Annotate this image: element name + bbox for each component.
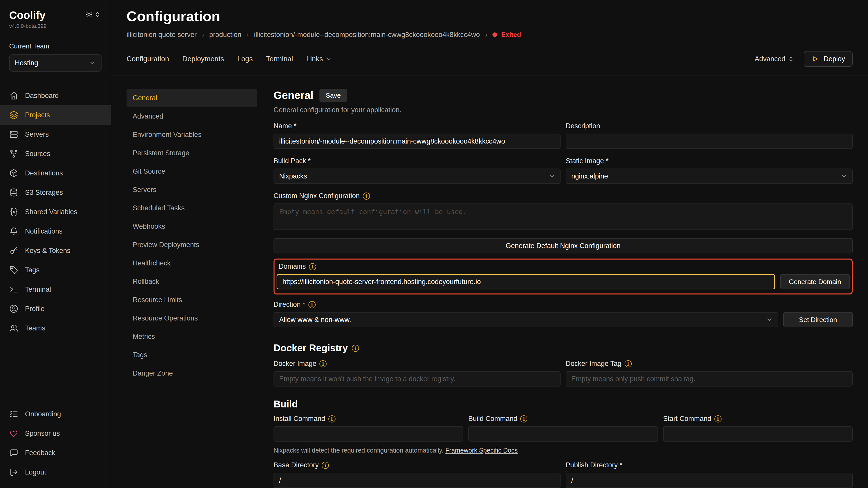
info-icon[interactable]: i — [625, 360, 632, 367]
build-command-label-text: Build Command — [468, 415, 517, 423]
tabbar: Configuration Deployments Logs Terminal … — [111, 51, 868, 75]
generate-domain-button[interactable]: Generate Domain — [780, 274, 849, 289]
subnav-item-persistent-storage[interactable]: Persistent Storage — [127, 144, 257, 162]
set-direction-button[interactable]: Set Direction — [783, 312, 853, 327]
sun-icon — [85, 11, 93, 19]
tab-deployments[interactable]: Deployments — [182, 55, 224, 63]
info-icon[interactable]: i — [309, 263, 316, 270]
sidebar-item-label: Logout — [25, 468, 46, 476]
sidebar-item-sponsor[interactable]: Sponsor us — [0, 424, 111, 443]
directories-row: Base Directory i Publish Directory * — [274, 454, 853, 488]
sidebar-item-terminal[interactable]: Terminal — [0, 280, 111, 299]
subnav-item-rollback[interactable]: Rollback — [127, 272, 257, 291]
sidebar-item-profile[interactable]: Profile — [0, 299, 111, 319]
base-directory-input[interactable] — [274, 473, 561, 488]
docker-image-input[interactable] — [274, 371, 561, 387]
subnav-item-metrics[interactable]: Metrics — [127, 327, 257, 346]
build-heading: Build — [274, 399, 853, 410]
subnav-item-git-source[interactable]: Git Source — [127, 162, 257, 181]
info-icon[interactable]: i — [329, 415, 336, 422]
nixpacks-note-text: Nixpacks will detect the required config… — [274, 447, 444, 454]
sidebar-item-tags[interactable]: Tags — [0, 260, 111, 280]
general-form: General Save General configuration for y… — [274, 89, 853, 488]
subnav-item-tags[interactable]: Tags — [127, 346, 257, 364]
tabbar-right: Advanced Deploy — [755, 51, 853, 67]
sidebar-item-projects[interactable]: Projects — [0, 105, 111, 125]
info-icon[interactable]: i — [363, 193, 370, 200]
status-text: Exited — [501, 31, 521, 39]
tab-label: Configuration — [127, 55, 169, 63]
sidebar-item-keys-tokens[interactable]: Keys & Tokens — [0, 241, 111, 260]
subnav-item-preview-deployments[interactable]: Preview Deployments — [127, 236, 257, 254]
install-command-input[interactable] — [274, 426, 463, 442]
main-header: Configuration illicitonion quote server … — [111, 0, 868, 39]
build-command-label: Build Command i — [468, 415, 658, 423]
breadcrumb-environment[interactable]: production — [209, 31, 241, 39]
subnav-item-webhooks[interactable]: Webhooks — [127, 217, 257, 236]
sidebar-item-logout[interactable]: Logout — [0, 462, 111, 482]
subnav-item-healthcheck[interactable]: Healthcheck — [127, 254, 257, 272]
subnav-item-servers[interactable]: Servers — [127, 181, 257, 199]
description-input[interactable] — [566, 134, 853, 149]
tab-configuration[interactable]: Configuration — [127, 55, 169, 63]
breadcrumb-application[interactable]: illicitestonion/-module--decomposition:m… — [254, 31, 480, 39]
database-icon — [9, 188, 19, 197]
subnav-item-scheduled-tasks[interactable]: Scheduled Tasks — [127, 199, 257, 217]
general-section-head: General Save — [274, 89, 853, 102]
info-icon[interactable]: i — [352, 345, 359, 352]
sidebar-item-label: Onboarding — [25, 410, 61, 418]
save-button[interactable]: Save — [319, 89, 347, 102]
tab-terminal[interactable]: Terminal — [266, 55, 293, 63]
info-icon[interactable]: i — [520, 415, 527, 422]
sidebar-item-feedback[interactable]: Feedback — [0, 443, 111, 462]
sidebar-item-servers[interactable]: Servers — [0, 125, 111, 144]
start-command-input[interactable] — [663, 426, 853, 442]
team-select[interactable]: Hosting — [9, 54, 101, 72]
publish-directory-field: Publish Directory * — [566, 461, 853, 488]
play-icon — [811, 55, 819, 63]
sidebar-item-onboarding[interactable]: Onboarding — [0, 404, 111, 424]
logout-icon — [9, 467, 19, 477]
static-image-value: nginx:alpine — [571, 172, 608, 180]
sidebar-item-sources[interactable]: Sources — [0, 144, 111, 163]
subnav-item-resource-limits[interactable]: Resource Limits — [127, 291, 257, 309]
info-icon[interactable]: i — [322, 462, 329, 469]
breadcrumb-project[interactable]: illicitonion quote server — [127, 31, 197, 39]
build-command-input[interactable] — [468, 426, 658, 442]
subnav-item-danger-zone[interactable]: Danger Zone — [127, 364, 257, 383]
direction-select[interactable]: Allow www & non-www. — [274, 312, 778, 327]
framework-docs-link[interactable]: Framework Specific Docs — [445, 447, 518, 454]
direction-label-text: Direction * — [274, 301, 305, 308]
static-image-select[interactable]: nginx:alpine — [566, 168, 853, 184]
domains-input[interactable] — [277, 274, 775, 289]
sidebar-item-dashboard[interactable]: Dashboard — [0, 86, 111, 105]
theme-toggle[interactable] — [85, 11, 101, 19]
info-icon[interactable]: i — [319, 360, 327, 367]
nginx-config-textarea[interactable] — [274, 203, 853, 230]
sidebar-item-s3-storages[interactable]: S3 Storages — [0, 183, 111, 202]
name-input[interactable] — [274, 134, 561, 149]
chevrons-up-down-icon — [787, 55, 795, 62]
subnav-item-general[interactable]: General — [127, 89, 257, 107]
sidebar-item-destinations[interactable]: Destinations — [0, 163, 111, 183]
install-command-label: Install Command i — [274, 415, 463, 423]
build-pack-select[interactable]: Nixpacks — [274, 168, 561, 184]
description-label: Description — [566, 122, 853, 130]
subnav-item-environment-variables[interactable]: Environment Variables — [127, 125, 257, 144]
sidebar-item-teams[interactable]: Teams — [0, 319, 111, 338]
tab-logs[interactable]: Logs — [237, 55, 253, 63]
subnav-item-resource-operations[interactable]: Resource Operations — [127, 309, 257, 327]
sidebar-item-notifications[interactable]: Notifications — [0, 222, 111, 241]
subnav-item-advanced[interactable]: Advanced — [127, 107, 257, 125]
advanced-dropdown[interactable]: Advanced — [755, 55, 795, 63]
tab-links[interactable]: Links — [306, 55, 332, 63]
sidebar-item-shared-variables[interactable]: Shared Variables — [0, 202, 111, 222]
info-icon[interactable]: i — [714, 415, 721, 422]
info-icon[interactable]: i — [308, 301, 316, 308]
generate-nginx-button[interactable]: Generate Default Nginx Configuration — [274, 238, 853, 254]
breadcrumb: illicitonion quote server › production ›… — [127, 31, 853, 39]
publish-directory-input[interactable] — [566, 473, 853, 488]
deploy-button[interactable]: Deploy — [804, 51, 853, 67]
docker-image-tag-input[interactable] — [566, 371, 853, 387]
braces-x-icon — [9, 207, 19, 217]
